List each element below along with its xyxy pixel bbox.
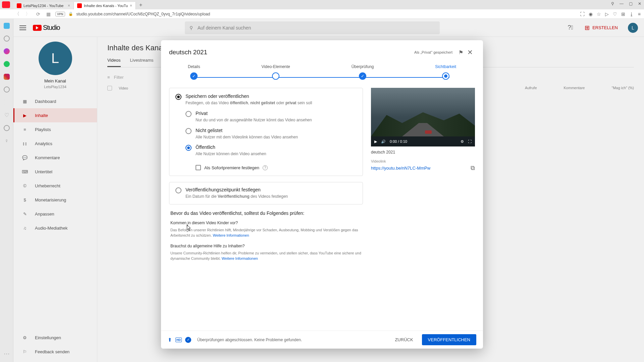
tab-title: LetsPlay1234 - YouTube xyxy=(23,4,63,8)
extensions-icon[interactable]: ⊞ xyxy=(621,11,625,17)
radio-public[interactable]: ÖffentlichAlle Nutzer können dein Video … xyxy=(185,144,357,157)
step-label: Sichtbarkeit xyxy=(435,64,456,69)
option-title: Speichern oder veröffentlichen xyxy=(185,94,312,99)
step-label: Details xyxy=(188,64,200,69)
footer-status: Überprüfungen abgeschlossen. Keine Probl… xyxy=(197,338,386,342)
before-publish-section: Bevor du das Video veröffentlichst, soll… xyxy=(169,210,363,261)
step-label: Überprüfung xyxy=(352,64,374,69)
speed-dial-icon[interactable]: ▦ xyxy=(45,11,52,17)
close-tab-icon[interactable]: × xyxy=(68,3,70,8)
option-desc: Alle Nutzer können dein Video ansehen xyxy=(196,151,266,157)
help-text: Unsere Community-Richtlinien helfen dir,… xyxy=(170,250,362,261)
radio-unlisted[interactable]: Nicht gelistetAlle Nutzer mit dem Videol… xyxy=(185,128,357,140)
premiere-label: Als Sofortpremiere festlegen xyxy=(204,165,259,170)
step-details[interactable]: Details✓ xyxy=(188,64,200,80)
address-bar-row: 〈 〉 ⟳ ▦ VPN 🔒 studio.youtube.com/channel… xyxy=(0,9,644,19)
upload-icon: ⬆ xyxy=(168,337,172,343)
option-desc: Nur du und von dir ausgewählte Nutzer kö… xyxy=(196,117,312,123)
save-publish-card: Speichern oder veröffentlichen Festlegen… xyxy=(169,88,363,176)
option-title: Nicht gelistet xyxy=(196,128,298,133)
back-icon[interactable]: 〈 xyxy=(13,11,21,17)
heart-icon[interactable]: ♡ xyxy=(613,11,617,17)
kids-question: Kommen in diesem Video Kinder vor? xyxy=(170,221,362,225)
snapshot-icon[interactable]: ⛶ xyxy=(580,11,585,17)
video-time: 0:00 / 0:10 xyxy=(390,139,407,143)
minimize-icon[interactable]: — xyxy=(620,1,624,6)
modal-title: deutsch 2021 xyxy=(169,49,414,56)
fullscreen-icon[interactable]: ⛶ xyxy=(468,139,472,143)
opera-menu-button[interactable] xyxy=(2,1,10,8)
help-icon[interactable]: ? xyxy=(263,165,268,170)
settings-icon[interactable]: ⚙ xyxy=(461,139,464,144)
radio-icon xyxy=(185,111,192,117)
video-link[interactable]: https://youtu.be/nN7LC-MmPw xyxy=(371,166,430,171)
youtube-favicon xyxy=(17,3,21,8)
radio-icon xyxy=(185,145,192,151)
lock-icon[interactable]: 🔒 xyxy=(68,12,73,16)
play-icon[interactable]: ▶ xyxy=(374,139,377,144)
radio-private[interactable]: PrivatNur du und von dir ausgewählte Nut… xyxy=(185,111,357,123)
more-info-link[interactable]: Weitere Informationen xyxy=(213,233,249,237)
close-tab-icon[interactable]: × xyxy=(130,3,132,8)
preview-title: deutsch 2021 xyxy=(371,150,475,155)
copy-icon[interactable]: ⧉ xyxy=(471,165,475,172)
url-text[interactable]: studio.youtube.com/channel/UCocN6zQPHQZ_… xyxy=(76,12,577,16)
stepper: Details✓ Video-Elemente Überprüfung✓ Sic… xyxy=(161,64,483,88)
vpn-badge[interactable]: VPN xyxy=(55,12,65,16)
camera-icon[interactable]: ◉ xyxy=(589,11,593,17)
search-browser-icon[interactable]: ⚲ xyxy=(611,1,614,6)
modal-header: deutsch 2021 Als „Privat" gespeichert ⚑ … xyxy=(161,40,483,64)
link-label: Videolink xyxy=(371,159,475,163)
preview-panel: ▶ 🔊 0:00 / 0:10 ⚙ ⛶ deutsch 2021 Videoli… xyxy=(371,88,475,330)
reload-icon[interactable]: ⟳ xyxy=(35,11,42,17)
premiere-checkbox-row[interactable]: Als Sofortpremiere festlegen ? xyxy=(196,165,357,170)
new-tab-button[interactable]: + xyxy=(136,1,146,9)
kids-text: Das Befolgen unserer Richtlinien hilft, … xyxy=(170,227,362,238)
step-review[interactable]: Überprüfung✓ xyxy=(352,64,374,80)
close-modal-icon[interactable]: ✕ xyxy=(465,46,475,58)
option-title: Öffentlich xyxy=(196,144,266,150)
checkbox-icon xyxy=(196,165,201,170)
radio-icon xyxy=(175,187,181,193)
video-preview[interactable]: ▶ 🔊 0:00 / 0:10 ⚙ ⛶ xyxy=(371,88,475,146)
publish-button[interactable]: VERÖFFENTLICHEN xyxy=(422,334,476,345)
step-visibility[interactable]: Sichtbarkeit xyxy=(435,64,456,80)
before-title: Bevor du das Video veröffentlichst, soll… xyxy=(170,210,362,216)
modal-body: Speichern oder veröffentlichen Festlegen… xyxy=(161,88,483,330)
radio-icon xyxy=(175,94,181,100)
forward-icon[interactable]: 〉 xyxy=(24,11,32,17)
link-row: https://youtu.be/nN7LC-MmPw ⧉ xyxy=(371,165,475,172)
close-window-icon[interactable]: ✕ xyxy=(638,1,641,6)
option-title: Veröffentlichungszeitpunkt festlegen xyxy=(185,187,288,192)
send-icon[interactable]: ▷ xyxy=(605,11,609,17)
saved-status: Als „Privat" gespeichert xyxy=(414,50,452,54)
option-title: Privat xyxy=(196,111,312,116)
modal-footer: ⬆ HD ✓ Überprüfungen abgeschlossen. Kein… xyxy=(161,330,483,349)
option-desc: Alle Nutzer mit dem Videolink können das… xyxy=(196,134,298,140)
visibility-options: Speichern oder veröffentlichen Festlegen… xyxy=(169,88,363,330)
option-desc: Ein Datum für die Veröffentlichung des V… xyxy=(185,194,288,199)
upload-modal: deutsch 2021 Als „Privat" gespeichert ⚑ … xyxy=(161,40,483,349)
browser-tab-active[interactable]: Inhalte des Kanals - YouTu × xyxy=(74,2,136,9)
help-question: Brauchst du allgemeine Hilfe zu Inhalten… xyxy=(170,244,362,248)
step-label: Video-Elemente xyxy=(262,64,290,69)
feedback-icon[interactable]: ⚑ xyxy=(457,47,465,58)
video-controls: ▶ 🔊 0:00 / 0:10 ⚙ ⛶ xyxy=(371,136,475,146)
radio-schedule[interactable]: Veröffentlichungszeitpunkt festlegen Ein… xyxy=(175,187,357,199)
maximize-icon[interactable]: ▢ xyxy=(629,1,633,6)
youtube-favicon xyxy=(77,3,82,8)
volume-icon[interactable]: 🔊 xyxy=(381,139,386,144)
browser-tab[interactable]: LetsPlay1234 - YouTube × xyxy=(13,2,74,9)
download-icon[interactable]: ⭳ xyxy=(629,11,634,17)
radio-save-publish[interactable]: Speichern oder veröffentlichen Festlegen… xyxy=(175,94,357,106)
tab-title: Inhalte des Kanals - YouTu xyxy=(84,4,128,8)
radio-icon xyxy=(185,128,192,134)
more-info-link[interactable]: Weitere Informationen xyxy=(222,256,258,260)
window-controls: ⚲ — ▢ ✕ xyxy=(611,1,641,6)
step-elements[interactable]: Video-Elemente xyxy=(262,64,290,80)
bookmark-icon[interactable]: ☆ xyxy=(597,11,601,17)
schedule-card: Veröffentlichungszeitpunkt festlegen Ein… xyxy=(169,182,363,204)
back-button[interactable]: ZURÜCK xyxy=(389,335,418,345)
hd-icon: HD xyxy=(175,338,182,342)
menu-icon[interactable]: ≡ xyxy=(638,11,641,17)
